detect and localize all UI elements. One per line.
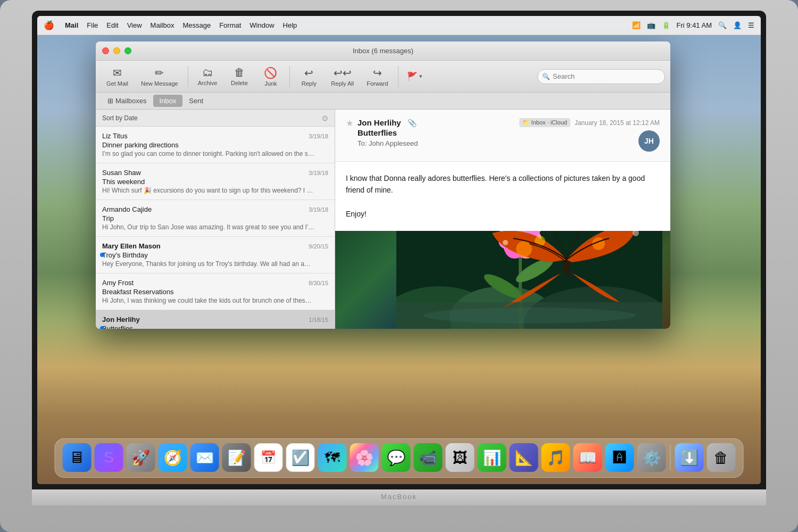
message-header: Jon Herlihy 1/18/15 <box>102 315 328 323</box>
mailboxes-label: Mailboxes <box>115 97 147 105</box>
message-detail: ★ Jon Herlihy 📎 Butterflies <box>335 110 670 329</box>
message-subject: Butterflies <box>102 325 328 329</box>
delete-button[interactable]: 🗑 Delete <box>225 64 254 88</box>
menu-edit[interactable]: Edit <box>106 21 118 29</box>
sent-tab[interactable]: Sent <box>182 95 210 107</box>
search-input[interactable] <box>537 69 665 84</box>
dock-icon-numbers[interactable]: 📊 <box>478 443 506 472</box>
avatar: JH <box>638 130 660 152</box>
menu-help[interactable]: Help <box>283 21 297 29</box>
reply-icon: ↩ <box>304 66 313 79</box>
message-date: 9/20/15 <box>309 243 328 250</box>
dock-icon-facetime[interactable]: 📹 <box>414 443 443 472</box>
maximize-button[interactable] <box>124 47 131 54</box>
toolbar-search: 🔍 <box>537 69 665 84</box>
trash-icon: 🗑 <box>714 449 729 467</box>
message-date: 3/19/18 <box>309 170 328 176</box>
star-button[interactable]: ★ <box>346 118 353 128</box>
dock-icon-trash[interactable]: 🗑 <box>707 443 736 472</box>
body-line-1: I know that Donna really adores butterfl… <box>346 172 660 196</box>
detail-sender-name: Jon Herlihy <box>358 118 401 127</box>
siri-icon: S <box>104 449 114 466</box>
reply-all-icon: ↩↩ <box>334 66 352 79</box>
dock-icon-finder[interactable]: 🖥 <box>63 443 92 472</box>
detail-sender-info: Jon Herlihy 📎 Butterflies To: John Apple… <box>358 118 418 147</box>
list-icon[interactable]: ☰ <box>748 21 754 29</box>
menu-window[interactable]: Window <box>250 21 274 29</box>
reply-all-label: Reply All <box>331 80 354 87</box>
dock-icon-books[interactable]: 📖 <box>573 443 602 472</box>
message-subject: Troy's Birthday <box>102 251 328 259</box>
mailboxes-tab[interactable]: ⊞ Mailboxes <box>101 95 153 107</box>
message-list: Sort by Date ⊙ Liz Titus 3/19/18 <box>96 110 335 329</box>
message-preview: Hi John, Our trip to San Jose was amazin… <box>102 223 315 231</box>
flag-dropdown-icon[interactable]: ▾ <box>419 73 422 80</box>
dock-icon-mail[interactable]: ✉️ <box>190 443 219 472</box>
sort-label[interactable]: Sort by Date <box>102 114 138 122</box>
app-name[interactable]: Mail <box>65 21 78 29</box>
sort-filter-icon[interactable]: ⊙ <box>322 114 328 122</box>
dock-icon-safari[interactable]: 🧭 <box>159 443 187 472</box>
finder-icon: 🖥 <box>69 448 85 467</box>
detail-header-top: ★ Jon Herlihy 📎 Butterflies <box>346 118 660 152</box>
message-header: Armando Cajide 3/19/18 <box>102 205 328 213</box>
flag-button[interactable]: 🚩 ▾ <box>403 69 427 84</box>
sender-name: Susan Shaw <box>102 169 141 177</box>
list-item[interactable]: Jon Herlihy 1/18/15 Butterflies I know t… <box>96 310 335 329</box>
dock-icon-siri[interactable]: S <box>95 443 123 472</box>
menu-view[interactable]: View <box>127 21 142 29</box>
archive-button[interactable]: 🗂 Archive <box>193 64 223 88</box>
search-menubar-icon[interactable]: 🔍 <box>718 21 727 29</box>
forward-button[interactable]: ↪ Forward <box>361 64 393 89</box>
user-icon[interactable]: 👤 <box>733 21 742 29</box>
macbook-label: MacBook <box>32 489 766 501</box>
attachment-icon: 📎 <box>408 119 417 127</box>
downloads-icon: ⬇️ <box>680 449 699 467</box>
menu-format[interactable]: Format <box>219 21 241 29</box>
reply-button[interactable]: ↩ Reply <box>294 64 323 89</box>
music-icon: 🎵 <box>546 449 565 467</box>
detail-meta: 📁 Inbox · iCloud January 18, 2015 at 12:… <box>519 118 660 127</box>
dock-icon-reminders[interactable]: ☑️ <box>286 443 315 472</box>
menubar-right: 📶 📺 🔋 Fri 9:41 AM 🔍 👤 ☰ <box>632 21 754 29</box>
new-message-button[interactable]: ✏ New Message <box>136 64 184 89</box>
dock-icon-music[interactable]: 🎵 <box>542 443 570 472</box>
forward-icon: ↪ <box>373 66 382 79</box>
list-item[interactable]: Amy Frost 8/30/15 Breakfast Reservations… <box>96 273 335 310</box>
search-icon: 🔍 <box>542 73 550 80</box>
list-item[interactable]: Armando Cajide 3/19/18 Trip Hi John, Our… <box>96 200 335 237</box>
list-item[interactable]: Susan Shaw 3/19/18 This weekend Hi! Whic… <box>96 163 335 200</box>
get-mail-button[interactable]: ✉ Get Mail <box>101 64 134 89</box>
apple-menu[interactable]: 🍎 <box>44 20 54 30</box>
reply-label: Reply <box>302 80 317 87</box>
new-message-label: New Message <box>141 80 178 87</box>
dock-icon-photos[interactable]: 🌸 <box>350 443 379 472</box>
delete-label: Delete <box>231 80 248 86</box>
dock-icon-maps[interactable]: 🗺 <box>318 443 347 472</box>
dock-icon-gallery[interactable]: 🖼 <box>446 443 475 472</box>
new-message-icon: ✏ <box>155 66 164 79</box>
dock-icon-keynote[interactable]: 📐 <box>510 443 538 472</box>
message-date: 3/19/18 <box>309 133 328 139</box>
menu-mailbox[interactable]: Mailbox <box>151 21 174 29</box>
to-value: John Appleseed <box>369 139 418 147</box>
junk-button[interactable]: 🚫 Junk <box>256 64 285 89</box>
menu-message[interactable]: Message <box>182 21 211 29</box>
minimize-button[interactable] <box>113 47 120 54</box>
dock-icon-messages[interactable]: 💬 <box>382 443 411 472</box>
menu-file[interactable]: File <box>87 21 98 29</box>
photos-icon: 🌸 <box>355 449 373 467</box>
dock-icon-launchpad[interactable]: 🚀 <box>127 443 155 472</box>
dock-icon-notes2[interactable]: 📝 <box>222 443 251 472</box>
dock-icon-downloads[interactable]: ⬇️ <box>675 443 704 472</box>
close-button[interactable] <box>102 47 109 54</box>
sender-name: Liz Titus <box>102 132 128 140</box>
reply-all-button[interactable]: ↩↩ Reply All <box>326 64 359 89</box>
list-item[interactable]: Liz Titus 3/19/18 Dinner parking directi… <box>96 127 335 163</box>
dock-icon-appstore[interactable]: 🅰 <box>605 443 634 472</box>
dock-icon-settings[interactable]: ⚙️ <box>637 443 666 472</box>
list-item[interactable]: Mary Ellen Mason 9/20/15 Troy's Birthday… <box>96 237 335 273</box>
inbox-tab[interactable]: Inbox <box>153 95 183 107</box>
toolbar: ✉ Get Mail ✏ New Message 🗂 Archive <box>96 61 670 93</box>
dock-icon-calendar[interactable]: 📅 <box>254 443 283 472</box>
